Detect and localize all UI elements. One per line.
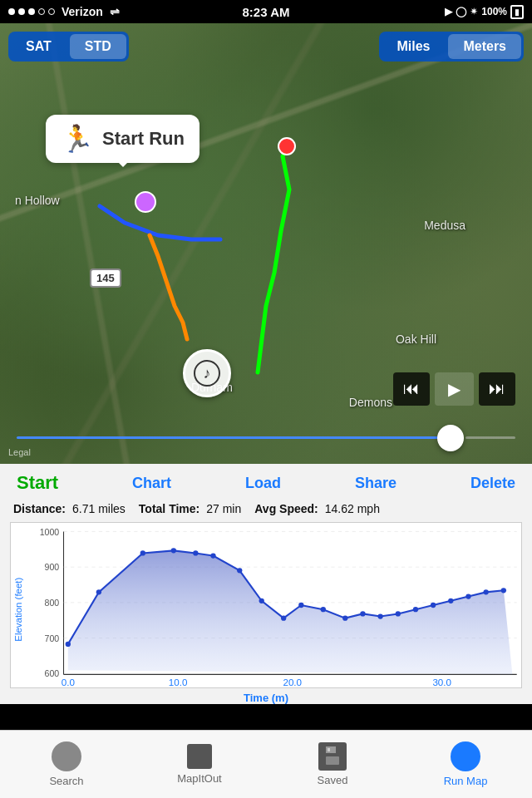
demons-label: Demons [349, 396, 392, 409]
svg-point-38 [483, 589, 488, 594]
svg-point-33 [396, 611, 401, 616]
svg-point-24 [210, 553, 215, 558]
speed-value: 14.62 mph [325, 502, 380, 515]
fast-forward-button[interactable]: ⏭ [479, 372, 515, 406]
slider-thumb[interactable] [437, 425, 464, 451]
speed-label: Avg Speed: [254, 502, 318, 515]
x-axis-label: Time (m) [0, 692, 532, 704]
share-button[interactable]: Share [355, 475, 397, 492]
svg-text:♪: ♪ [204, 365, 211, 382]
floppy-disk-icon [321, 745, 344, 768]
svg-point-21 [140, 550, 145, 555]
tab-runmap[interactable]: Run Map [399, 741, 532, 787]
svg-point-37 [466, 594, 470, 598]
tab-bar: Search MapItOut Saved Run Map [0, 730, 532, 798]
svg-text:600: 600 [45, 669, 60, 679]
map-view-toggle[interactable]: SAT STD [8, 32, 129, 62]
data-panel: Start Chart Load Share Delete Distance: … [0, 464, 532, 704]
slider-track-empty [466, 436, 515, 439]
status-bar: Verizon ⇌ 8:23 AM ▶ ◯ ✴ 100% ▮ [0, 0, 532, 23]
svg-text:700: 700 [45, 633, 60, 643]
mapitout-icon [187, 744, 212, 769]
svg-text:1000: 1000 [40, 527, 60, 537]
tab-saved[interactable]: Saved [266, 742, 399, 786]
chart-button[interactable]: Chart [132, 475, 171, 492]
tab-mapitout-label: MapItOut [177, 772, 221, 785]
rewind-button[interactable]: ⏮ [393, 372, 430, 406]
svg-point-36 [448, 598, 453, 603]
location-icon: ▶ [445, 6, 452, 17]
music-note-icon: ♪ [194, 360, 220, 387]
start-callout[interactable]: 🏃 Start Run [46, 115, 200, 163]
svg-text:10.0: 10.0 [169, 677, 188, 687]
signal-dot-2 [18, 8, 25, 15]
wifi-icon: ⇌ [110, 5, 120, 18]
svg-point-31 [360, 611, 365, 616]
timeline-slider[interactable] [17, 436, 515, 439]
svg-point-25 [237, 568, 242, 573]
svg-point-22 [171, 548, 176, 553]
load-button[interactable]: Load [245, 475, 281, 492]
alarm-icon: ◯ [456, 6, 466, 17]
svg-text:900: 900 [45, 562, 60, 572]
svg-text:20.0: 20.0 [283, 677, 302, 687]
meters-button[interactable]: Meters [448, 34, 521, 59]
chart-svg: 1000 900 800 700 600 0.0 10.0 20.0 30.0 [11, 523, 521, 687]
tab-runmap-label: Run Map [444, 775, 488, 787]
tab-search-label: Search [49, 775, 83, 787]
svg-rect-44 [328, 748, 330, 751]
tab-search[interactable]: Search [0, 741, 133, 787]
tab-saved-label: Saved [318, 774, 348, 786]
stats-row: Distance: 6.71 miles Total Time: 27 min … [0, 499, 532, 522]
road-badge: 145 [90, 268, 121, 288]
action-bar: Start Chart Load Share Delete [0, 464, 532, 499]
svg-text:30.0: 30.0 [432, 677, 451, 687]
start-button[interactable]: Start [17, 472, 58, 494]
svg-rect-42 [326, 746, 336, 753]
legal-text: Legal [8, 447, 31, 457]
slider-track-filled [17, 436, 451, 439]
sat-button[interactable]: SAT [11, 34, 66, 59]
runmap-icon [451, 741, 480, 771]
svg-text:Elevation (feet): Elevation (feet) [13, 578, 23, 642]
status-left: Verizon ⇌ [8, 5, 120, 18]
miles-button[interactable]: Miles [382, 34, 445, 59]
signal-dot-5 [48, 8, 55, 15]
signal-dot-4 [38, 8, 45, 15]
music-button[interactable]: ♪ [183, 349, 231, 397]
carrier-name: Verizon [62, 5, 103, 18]
play-button[interactable]: ▶ [435, 372, 474, 406]
delete-button[interactable]: Delete [470, 475, 515, 492]
svg-point-35 [431, 603, 436, 608]
std-button[interactable]: STD [70, 34, 126, 59]
status-right: ▶ ◯ ✴ 100% ▮ [445, 5, 524, 19]
svg-point-20 [96, 589, 101, 594]
tab-mapitout[interactable]: MapItOut [133, 744, 266, 785]
distance-value: 6.71 miles [72, 502, 126, 515]
map-top-controls: SAT STD Miles Meters [8, 32, 524, 62]
search-icon [52, 741, 81, 771]
battery-percentage: 100% [481, 6, 507, 17]
svg-point-0 [278, 138, 295, 155]
signal-dot-3 [28, 8, 35, 15]
svg-point-39 [501, 588, 506, 593]
svg-point-34 [413, 607, 418, 612]
svg-point-29 [321, 607, 326, 612]
svg-text:800: 800 [45, 598, 60, 608]
media-controls[interactable]: ⏮ ▶ ⏭ [393, 372, 515, 406]
svg-point-32 [377, 613, 382, 618]
signal-dot-1 [8, 8, 15, 15]
oakhill-label: Oak Hill [396, 332, 436, 346]
svg-point-23 [193, 550, 198, 555]
hollow-label: n Hollow [15, 194, 60, 207]
battery-icon: ▮ [510, 5, 524, 19]
map-container[interactable]: SAT STD Miles Meters 🏃 Start Run n Hollo… [0, 23, 532, 464]
unit-toggle[interactable]: Miles Meters [379, 32, 524, 62]
svg-rect-43 [326, 756, 339, 765]
bluetooth-icon: ✴ [470, 6, 478, 17]
svg-point-28 [298, 603, 303, 608]
saved-icon [318, 742, 347, 771]
start-run-label: Start Run [102, 128, 185, 150]
elevation-chart: 1000 900 800 700 600 0.0 10.0 20.0 30.0 [10, 522, 522, 688]
distance-label: Distance: [13, 502, 66, 515]
